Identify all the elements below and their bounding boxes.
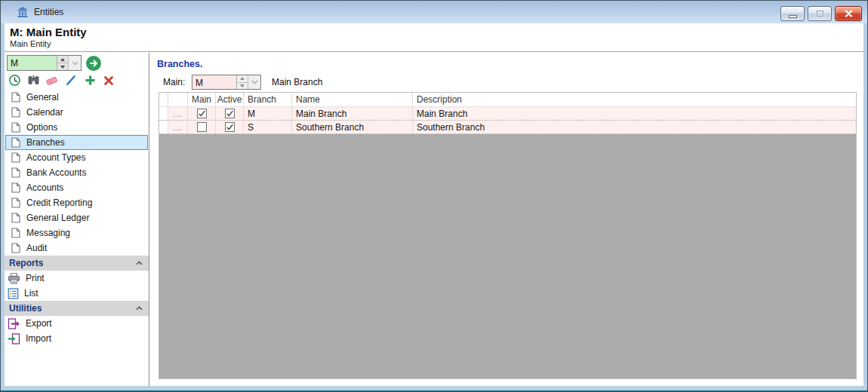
main-branch-dropdown-button[interactable] bbox=[248, 75, 260, 89]
page-icon bbox=[11, 243, 20, 253]
main-branch-display: Main Branch bbox=[272, 77, 322, 87]
row-selector-cell[interactable] bbox=[159, 107, 168, 120]
sidebar-item-options[interactable]: Options bbox=[5, 120, 149, 135]
sidebar-item-export[interactable]: Export bbox=[5, 316, 149, 331]
titlebar[interactable]: Entities bbox=[1, 1, 867, 23]
spin-down-button[interactable] bbox=[57, 63, 68, 70]
sidebar-item-audit[interactable]: Audit bbox=[5, 240, 149, 256]
branch-cell[interactable]: M bbox=[244, 107, 292, 120]
grid-empty-area bbox=[159, 134, 856, 378]
minimize-icon bbox=[789, 15, 797, 18]
description-cell[interactable]: Main Branch bbox=[413, 107, 856, 120]
chevron-up-icon bbox=[136, 306, 143, 311]
name-cell[interactable]: Southern Branch bbox=[292, 121, 413, 133]
add-button[interactable] bbox=[82, 73, 97, 87]
row-options-button[interactable]: ... bbox=[168, 121, 188, 133]
entity-code-combobox[interactable]: M bbox=[7, 55, 82, 71]
sidebar-item-label: Credit Reporting bbox=[26, 198, 92, 208]
chevron-down-icon bbox=[251, 80, 258, 84]
printer-icon bbox=[8, 273, 20, 284]
spin-up-button[interactable] bbox=[57, 56, 68, 63]
check-icon bbox=[226, 109, 234, 118]
sidebar-item-print[interactable]: Print bbox=[5, 271, 149, 286]
grid-header-description[interactable]: Description bbox=[413, 93, 856, 107]
spin-up-button[interactable] bbox=[237, 75, 248, 83]
row-options-button[interactable]: ... bbox=[168, 107, 188, 120]
entity-dropdown-button[interactable] bbox=[68, 56, 81, 70]
app-window: Entities M: Main Entity Main Entity bbox=[0, 0, 868, 392]
history-button[interactable] bbox=[7, 73, 22, 87]
grid-header-branch[interactable]: Branch bbox=[244, 93, 292, 107]
name-cell[interactable]: Main Branch bbox=[292, 107, 413, 120]
sidebar-item-bank-accounts[interactable]: Bank Accounts bbox=[5, 165, 149, 180]
section-label: Utilities bbox=[9, 303, 42, 314]
sidebar-item-messaging[interactable]: Messaging bbox=[5, 225, 149, 240]
binoculars-icon bbox=[27, 75, 40, 86]
sidebar-item-general-ledger[interactable]: General Ledger bbox=[5, 210, 149, 225]
section-header-reports[interactable]: Reports bbox=[5, 256, 149, 271]
sidebar-item-label: Bank Accounts bbox=[26, 167, 86, 178]
row-selector-cell[interactable] bbox=[159, 121, 168, 133]
pencil-icon bbox=[65, 75, 77, 86]
sidebar-item-label: List bbox=[24, 288, 38, 299]
delete-button[interactable] bbox=[101, 73, 116, 87]
spin-down-button[interactable] bbox=[237, 83, 248, 90]
sidebar-item-branches[interactable]: Branches bbox=[5, 135, 148, 150]
edit-button[interactable] bbox=[63, 73, 78, 87]
entity-code-value: M bbox=[8, 56, 57, 70]
grid-header-main[interactable]: Main bbox=[188, 93, 216, 107]
erase-button[interactable] bbox=[45, 73, 60, 87]
table-row[interactable]: ... M Main Branch bbox=[159, 107, 856, 121]
page-icon bbox=[11, 92, 20, 103]
main-checkbox[interactable] bbox=[197, 122, 207, 132]
delete-x-icon bbox=[103, 75, 114, 86]
description-cell[interactable]: Southern Branch bbox=[413, 121, 856, 133]
sidebar-item-credit-reporting[interactable]: Credit Reporting bbox=[5, 195, 149, 210]
sidebar-item-label: Branches bbox=[26, 137, 65, 148]
active-checkbox[interactable] bbox=[225, 122, 235, 132]
active-checkbox[interactable] bbox=[225, 109, 235, 118]
grid-header-selector bbox=[159, 93, 168, 107]
sidebar-item-accounts[interactable]: Accounts bbox=[5, 180, 149, 195]
section-header-utilities[interactable]: Utilities bbox=[5, 301, 149, 316]
table-row[interactable]: ... S Southern Branch bbox=[159, 121, 856, 134]
page-icon bbox=[11, 213, 20, 223]
sidebar-item-account-types[interactable]: Account Types bbox=[5, 150, 149, 165]
grid-header-rowbutton bbox=[168, 93, 188, 107]
page-icon bbox=[11, 107, 20, 118]
grid-header-active[interactable]: Active bbox=[216, 93, 244, 107]
check-icon bbox=[198, 109, 206, 118]
grid-header-name[interactable]: Name bbox=[292, 93, 413, 107]
page-icon bbox=[11, 137, 20, 148]
export-icon bbox=[8, 318, 20, 329]
sidebar-item-general[interactable]: General bbox=[5, 90, 149, 105]
page-title: M: Main Entity bbox=[10, 26, 863, 38]
go-button[interactable] bbox=[86, 56, 101, 71]
maximize-icon bbox=[816, 10, 824, 17]
main-panel: Branches. Main: M bbox=[149, 53, 863, 386]
sidebar-item-label: Calendar bbox=[26, 107, 63, 118]
find-button[interactable] bbox=[26, 73, 41, 87]
maximize-button[interactable] bbox=[808, 6, 832, 21]
sidebar-item-label: Messaging bbox=[26, 228, 70, 238]
sidebar-item-label: Print bbox=[26, 273, 45, 283]
arrow-up-icon bbox=[240, 77, 245, 80]
branch-cell[interactable]: S bbox=[244, 121, 292, 133]
arrow-down-icon bbox=[240, 84, 245, 87]
arrow-down-icon bbox=[60, 66, 65, 69]
minimize-button[interactable] bbox=[780, 6, 805, 21]
window-title: Entities bbox=[34, 7, 63, 17]
close-button[interactable] bbox=[835, 6, 862, 21]
sidebar-item-list[interactable]: List bbox=[5, 286, 149, 301]
sidebar-toolbar bbox=[5, 72, 149, 89]
page-header: M: Main Entity Main Entity bbox=[5, 23, 863, 52]
grid-header-row: Main Active Branch Name Description bbox=[159, 93, 856, 107]
sidebar-item-import[interactable]: Import bbox=[5, 331, 149, 346]
close-icon bbox=[845, 10, 853, 17]
entity-code-spinner bbox=[57, 56, 68, 70]
check-icon bbox=[226, 123, 234, 131]
main-checkbox[interactable] bbox=[197, 109, 207, 118]
sidebar-item-calendar[interactable]: Calendar bbox=[5, 105, 149, 120]
main-branch-combobox[interactable]: M bbox=[192, 75, 261, 90]
branches-grid: Main Active Branch Name Description ... bbox=[159, 92, 857, 379]
